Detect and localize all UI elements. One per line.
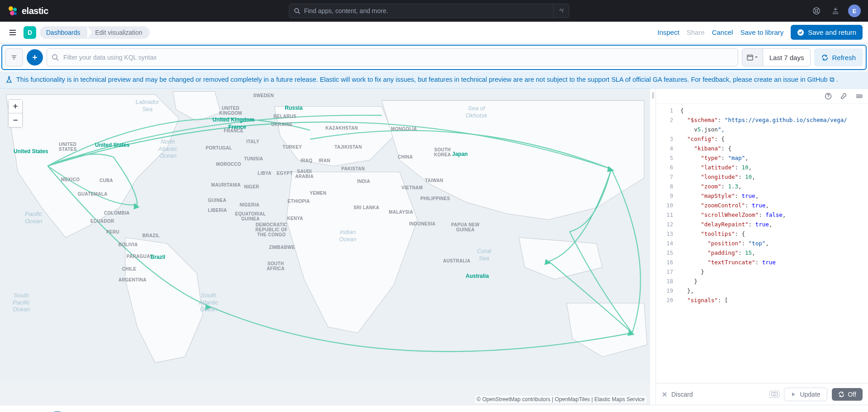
newsfeed-icon[interactable] <box>829 5 842 17</box>
brand-text: elastic <box>22 6 48 16</box>
map-country-label: MOROCCO <box>216 162 241 167</box>
help-icon[interactable] <box>824 92 833 101</box>
breadcrumb-dashboards[interactable]: Dashboards <box>40 26 88 39</box>
map-node-label: France <box>228 124 246 130</box>
map-country-label: PAKISTAN <box>341 166 365 171</box>
calendar-icon[interactable] <box>742 49 763 66</box>
close-icon <box>661 391 668 398</box>
help-icon[interactable] <box>810 5 823 17</box>
filter-menu-button[interactable] <box>5 48 23 66</box>
play-icon <box>791 392 796 397</box>
beaker-icon <box>5 76 13 83</box>
map-country-label: DEMOCRATICREPUBLIC OFTHE CONGO <box>255 222 288 237</box>
ocean-label: NorthAtlanticOcean <box>158 138 178 159</box>
elastic-logo-icon <box>7 5 18 16</box>
map-country-label: COLOMBIA <box>104 211 130 215</box>
svg-point-1 <box>13 8 17 11</box>
editor-footer: Discard Update Off <box>656 383 868 405</box>
check-circle-icon <box>797 29 804 36</box>
global-search-shortcut: ^/ <box>554 4 569 18</box>
breadcrumb-separator <box>87 26 92 39</box>
map-country-label: SWEDEN <box>253 93 274 98</box>
svg-rect-17 <box>772 393 778 396</box>
map-country-label: PORTUGAL <box>206 145 232 150</box>
map-country-label: CUBA <box>99 178 113 183</box>
map-country-label: BELARUS <box>274 114 296 119</box>
line-gutter: 1234567891011121314151617181920 <box>656 104 678 383</box>
ocean-label: SouthAtlanticOcean <box>199 292 218 313</box>
editor-toolbar <box>656 89 868 104</box>
svg-point-4 <box>295 9 299 13</box>
nav-toggle-button[interactable] <box>5 25 20 40</box>
map-country-label: BOLIVIA <box>118 242 138 247</box>
map-country-label: INDIA <box>357 179 370 184</box>
ocean-label: IndianOcean <box>339 229 356 243</box>
map-country-label: GUATEMALA <box>78 192 108 197</box>
date-range-label[interactable]: Last 7 days <box>763 54 811 61</box>
map-node-label: Japan <box>452 151 468 157</box>
map-country-label: PHILIPPINES <box>420 196 450 201</box>
banner-text: This functionality is in technical previ… <box>16 76 828 83</box>
pane-splitter[interactable]: ‖ <box>650 89 656 405</box>
external-link-icon[interactable]: ⧉ <box>830 76 835 83</box>
map-country-label: SOUTHKOREA <box>434 147 451 157</box>
map-country-label: ECUADOR <box>90 219 114 224</box>
add-filter-button[interactable] <box>27 49 43 66</box>
map-pane[interactable]: + − SWEDEN UNITEDKINGDOM BELARUS UKRAINE… <box>0 89 650 405</box>
brand-logo[interactable]: elastic <box>7 5 48 16</box>
breadcrumbs: Dashboards Edit visualization <box>40 26 150 39</box>
inspect-button[interactable]: Inspect <box>657 28 679 36</box>
discard-button[interactable]: Discard <box>661 391 693 398</box>
map-country-label: BRAZIL <box>142 233 160 238</box>
map-country-label: KENYA <box>287 216 303 221</box>
map-country-label: LIBERIA <box>208 208 227 213</box>
kql-placeholder: Filter your data using KQL syntax <box>63 54 156 61</box>
map-country-label: ZIMBABWE <box>269 245 295 250</box>
zoom-in-button[interactable]: + <box>9 100 22 113</box>
map-country-label: EQUATORIALGUINEA <box>235 211 266 221</box>
svg-rect-9 <box>747 55 753 60</box>
map-country-label: PAPUA NEWGUINEA <box>451 222 480 232</box>
ocean-label: LabradorSea <box>136 98 159 112</box>
refresh-button[interactable]: Refresh <box>814 48 863 66</box>
map-country-label: SRI LANKA <box>354 205 379 210</box>
save-and-return-button[interactable]: Save and return <box>791 25 863 40</box>
cancel-button[interactable]: Cancel <box>712 28 733 36</box>
wrench-icon[interactable] <box>839 92 848 101</box>
keyboard-icon[interactable] <box>769 391 779 398</box>
date-picker[interactable]: Last 7 days <box>742 48 811 66</box>
global-search[interactable]: Find apps, content, and more. ^/ <box>289 4 569 18</box>
map-country-label: TUNISIA <box>244 156 263 161</box>
map-country-label: TURKEY <box>283 145 302 150</box>
code-content[interactable]: { "$schema": "https://vega.github.io/sch… <box>678 104 868 383</box>
header-actions: E <box>810 5 861 17</box>
map-country-label: GUINEA <box>208 198 226 203</box>
kql-input[interactable]: Filter your data using KQL syntax <box>47 48 738 66</box>
zoom-out-button[interactable]: − <box>9 113 22 127</box>
viz-options-bar: showLables <box>0 405 868 412</box>
map-country-label: TAIWAN <box>425 178 443 183</box>
code-editor[interactable]: 1234567891011121314151617181920 { "$sche… <box>656 104 868 383</box>
ocean-label: PacificOcean <box>25 211 42 225</box>
map-country-label: UKRAINE <box>271 122 293 127</box>
update-button[interactable]: Update <box>784 388 827 401</box>
map-country-label: VIETNAM <box>401 185 423 190</box>
svg-point-0 <box>9 6 13 11</box>
save-to-library-button[interactable]: Save to library <box>740 28 783 36</box>
map-country-label: CHINA <box>398 154 413 159</box>
map-canvas[interactable] <box>0 89 650 380</box>
space-badge[interactable]: D <box>24 26 36 39</box>
map-country-label: IRAQ <box>301 158 312 163</box>
map-country-label: KAZAKHSTAN <box>326 126 358 131</box>
svg-point-3 <box>14 12 17 15</box>
map-node-label: Brazil <box>151 254 165 260</box>
zoom-control: + − <box>8 99 23 127</box>
map-attribution: © OpenStreetMap contributors | OpenMapTi… <box>475 396 646 403</box>
auto-update-toggle[interactable]: Off <box>832 388 863 401</box>
map-country-label: AUSTRALIA <box>443 258 470 263</box>
map-country-label: ARGENTINA <box>118 277 146 282</box>
expand-icon[interactable] <box>854 92 863 101</box>
map-country-label: TAJIKISTAN <box>335 145 362 150</box>
global-search-placeholder: Find apps, content, and more. <box>304 7 388 14</box>
user-avatar[interactable]: E <box>848 5 861 17</box>
